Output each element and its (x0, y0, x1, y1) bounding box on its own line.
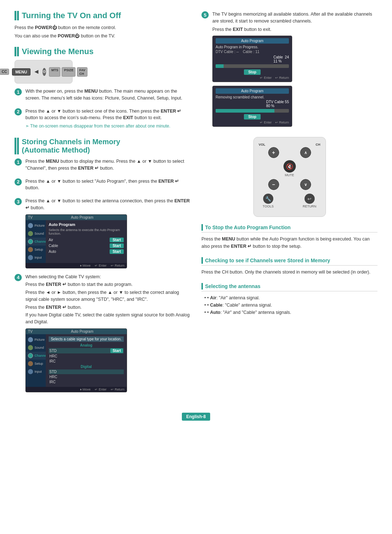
step-2-text: Press the ▲ or ▼ button to select one of… (25, 108, 191, 122)
ap-content-3: Auto Program Selects the antenna to exec… (46, 220, 127, 263)
sidebar-sound: Sound (26, 230, 46, 238)
storing-step-1-text: Press the MENU button to display the men… (25, 158, 191, 172)
step-num-2: 2 (15, 108, 22, 116)
irc-text: IRC (49, 359, 56, 363)
turning-tv-line2: You can also use the POWER⏻ button on th… (15, 32, 191, 40)
analog-sidebar-picture-label: Picture (34, 338, 45, 341)
antenna-auto: • Auto: "Air" and "Cable" antenna signal… (201, 309, 377, 316)
return-btn-group: ↩ RETURN (303, 194, 317, 208)
analog-start-btn[interactable]: Start (110, 348, 123, 353)
to-stop-text: Press the MENU button while the Auto Pro… (201, 235, 377, 250)
step-5-content: The TV begins memorizing all available s… (212, 11, 377, 127)
step-2-note: ➣ The on-screen menus disappear from the… (25, 123, 191, 129)
storing-step-num-4: 4 (15, 274, 22, 281)
step-1-content: With the power on, press the MENU button… (25, 88, 191, 103)
selecting-antennas-bar (201, 283, 203, 290)
step-4-text4: If you have Digital cable TV, select the… (25, 312, 191, 325)
vol-ch-labels: VOL CH (259, 143, 320, 146)
tools-label: TOOLS (263, 205, 274, 208)
viewing-menus-heading: Viewing the Menus (22, 47, 94, 56)
step-4-when: When selecting the Cable TV system: (25, 274, 191, 280)
step-4-text1: Press the ENTER ↵ button to start the au… (25, 281, 191, 288)
prog-stop-btn-2[interactable]: Stop (244, 114, 261, 120)
air-label: Air (49, 238, 53, 242)
analog-channel-icon (28, 353, 33, 358)
footer-enter: ↵ Enter (95, 264, 106, 267)
sidebar-sound-label: Sound (34, 232, 44, 235)
to-stop-section: To Stop the Auto Program Function Press … (201, 224, 377, 250)
prog-info-1: DTV Cable : -- Cable : 11 (216, 50, 289, 54)
return-btn[interactable]: ↩ (305, 194, 315, 204)
psize-btn: PSIZE (62, 67, 75, 77)
tools-btn-group: 🔧 TOOLS (263, 194, 274, 208)
storing-step-4: 4 When selecting the Cable TV system: Pr… (15, 274, 191, 392)
ap-content-title: Auto Program (49, 222, 124, 227)
prog-footer-return-1: ↩ Return (275, 76, 289, 80)
prog-footer-enter-1: ↵ Enter (260, 76, 271, 80)
sound-icon (28, 231, 33, 236)
antenna-cable: • Cable: "Cable" antenna signal. (201, 302, 377, 309)
analog-content-title: Selects a cable signal type for your loc… (49, 336, 124, 342)
auto-label: Auto (49, 250, 56, 254)
progress-screen-1: Auto Program Auto Program in Progress. D… (212, 36, 292, 82)
analog-sidebar-setup-label: Setup (34, 362, 43, 365)
prog-status-1: Auto Program in Progress. (216, 45, 289, 49)
setup-icon (28, 247, 33, 252)
digital-hrc-option: HRC (49, 375, 124, 379)
channel-icon (28, 239, 33, 244)
step-5-text1: The TV begins memorizing all available s… (212, 11, 377, 25)
air-start-btn[interactable]: Start (110, 238, 124, 242)
progress-screen-2: Auto Program Removing scrambled channel.… (212, 86, 292, 127)
prog-footer-enter-2: ↵ Enter (260, 121, 271, 124)
to-stop-title: To Stop the Auto Program Function (201, 224, 377, 232)
prog-stop-row-2: Stop (216, 114, 289, 120)
prog-stop-btn-1[interactable]: Stop (244, 69, 261, 75)
auto-start-btn[interactable]: Start (110, 249, 124, 254)
viewing-menus-title: Viewing the Menus (15, 47, 191, 56)
picture-icon (28, 223, 33, 228)
digital-irc-option: IRC (49, 380, 124, 384)
turning-tv-intro: Press the POWER⏻ button on the remote co… (15, 24, 191, 40)
turning-tv-title: Turning the TV On and Off (15, 11, 191, 20)
analog-footer-enter: ↵ Enter (95, 388, 106, 391)
remote-tools-return: 🔧 TOOLS ↩ RETURN (263, 194, 317, 208)
vol-plus-btn[interactable]: + (268, 147, 279, 158)
cc-btn: CC (0, 69, 9, 75)
sidebar-setup: Setup (26, 246, 46, 254)
ch-up-btn[interactable]: ∧ (300, 147, 311, 158)
std-text: STD (49, 349, 57, 353)
storing-channels-section: Storing Channels in Memory (Automatic Me… (15, 138, 191, 392)
analog-sound-icon (28, 345, 33, 350)
antenna-air: • Air: "Air" antenna signal. (201, 294, 377, 302)
analog-section-label: Analog (49, 343, 124, 347)
vol-minus-btn[interactable]: − (268, 179, 279, 190)
mute-btn[interactable]: 🔇 (283, 160, 296, 173)
mute-label: MUTE (285, 173, 294, 177)
tools-btn[interactable]: 🔧 (263, 194, 273, 204)
sidebar-setup-label: Setup (34, 248, 43, 251)
analog-sidebar-setup: Setup (26, 360, 46, 368)
prog-bar-1 (216, 64, 289, 68)
digital-std-text: STD (49, 370, 57, 374)
footer-move: ♦ Move (80, 264, 90, 267)
mts-btn: MTS (49, 67, 60, 77)
cable-start-btn[interactable]: Start (110, 243, 124, 248)
analog-header-label: Auto Program (40, 329, 124, 333)
ch-label: CH (316, 143, 320, 146)
sidebar-input: Input (26, 254, 46, 262)
analog-hrc-option: HRC (49, 354, 124, 359)
step-1-text: With the power on, press the MENU button… (25, 88, 191, 102)
analog-sidebar: Picture Sound Channel (26, 334, 46, 387)
turning-tv-heading: Turning the TV On and Off (22, 11, 121, 20)
checking-heading: Checking to see if Channels were Stored … (205, 258, 330, 263)
ch-down-btn[interactable]: ∨ (300, 179, 311, 190)
analog-footer-move: ♦ Move (80, 388, 90, 391)
analog-footer-return: ↩ Return (111, 388, 124, 391)
remote-top-row: + ∧ (268, 147, 311, 158)
storing-channels-heading2: (Automatic Method) (22, 146, 120, 154)
ap-option-auto: Auto Start (49, 249, 124, 254)
remote-icon: ⚙ (42, 68, 46, 76)
step-2-content: Press the ▲ or ▼ button to select one of… (25, 108, 191, 131)
step-5: 5 The TV begins memorizing all available… (201, 11, 377, 127)
digital-hrc-text: HRC (49, 375, 57, 379)
